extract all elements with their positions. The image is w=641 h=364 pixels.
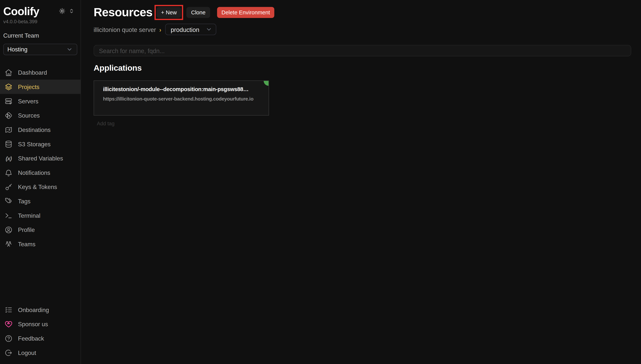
status-running-indicator — [264, 81, 269, 86]
user-circle-icon — [5, 226, 13, 234]
chevron-down-icon — [205, 26, 212, 33]
annotation-highlight-box: + New — [154, 5, 183, 20]
environment-select[interactable]: production — [165, 24, 216, 35]
sidebar-footer-menu: OnboardingSponsor usFeedbackLogout — [0, 303, 81, 360]
app-logo[interactable]: Coolify — [3, 5, 39, 18]
layers-icon — [5, 83, 13, 91]
environment-select-value: production — [171, 26, 199, 33]
sidebar-item-notifications[interactable]: Notifications — [0, 165, 81, 180]
add-tag-button[interactable]: Add tag — [94, 121, 641, 127]
sidebar-item-tags[interactable]: Tags — [0, 194, 81, 208]
users-icon — [5, 240, 13, 248]
sidebar-item-label: Shared Variables — [18, 155, 63, 162]
sidebar-item-dashboard[interactable]: Dashboard — [0, 66, 81, 80]
application-url: https://illicitonion-quote-server-backen… — [103, 96, 263, 102]
sidebar-item-logout[interactable]: Logout — [0, 346, 81, 360]
sidebar-item-label: Notifications — [18, 169, 50, 176]
sidebar-item-label: Terminal — [18, 212, 40, 219]
bell-icon — [5, 168, 13, 176]
sidebar-item-profile[interactable]: Profile — [0, 223, 81, 237]
key-icon — [5, 183, 13, 191]
sidebar-item-label: Dashboard — [18, 69, 47, 76]
sidebar-item-label: S3 Storages — [18, 140, 51, 147]
sidebar-item-label: Profile — [18, 226, 35, 233]
sidebar-item-shared-variables[interactable]: (x)Shared Variables — [0, 151, 81, 165]
sidebar-header: Coolify — [0, 0, 81, 18]
clone-button[interactable]: Clone — [187, 7, 210, 18]
search-input[interactable] — [94, 45, 631, 56]
sidebar-item-teams[interactable]: Teams — [0, 237, 81, 251]
help-circle-icon — [5, 334, 13, 343]
sidebar-item-projects[interactable]: Projects — [0, 80, 81, 94]
team-select[interactable]: Hosting — [3, 44, 77, 55]
application-name: illicitestonion/-module--decomposition:m… — [103, 86, 263, 92]
home-icon — [5, 68, 13, 76]
server-icon — [5, 97, 13, 105]
tags-icon — [5, 197, 13, 205]
database-icon — [5, 140, 13, 148]
page-header: Resources + New Clone Delete Environment — [94, 5, 641, 20]
sidebar-item-terminal[interactable]: Terminal — [0, 208, 81, 223]
applications-heading: Applications — [94, 63, 641, 73]
logout-icon — [5, 349, 13, 357]
sidebar-item-label: Keys & Tokens — [18, 184, 57, 190]
sidebar-item-onboarding[interactable]: Onboarding — [0, 303, 81, 317]
delete-environment-button[interactable]: Delete Environment — [217, 7, 274, 18]
sidebar-item-keys-tokens[interactable]: Keys & Tokens — [0, 180, 81, 194]
sidebar-item-label: Destinations — [18, 126, 51, 133]
unfold-chevrons-icon[interactable] — [68, 8, 75, 14]
checklist-icon — [5, 306, 13, 314]
chevron-down-icon — [66, 46, 73, 53]
main-content: Resources + New Clone Delete Environment… — [81, 0, 641, 364]
new-button[interactable]: + New — [156, 7, 181, 18]
sidebar-item-label: Servers — [18, 98, 39, 104]
application-card[interactable]: illicitestonion/-module--decomposition:m… — [94, 80, 269, 116]
breadcrumb-chevron-icon: › — [159, 26, 161, 33]
team-select-value: Hosting — [7, 46, 28, 53]
sidebar-item-label: Tags — [18, 198, 31, 204]
theme-toggle-sun-icon[interactable] — [59, 8, 66, 14]
git-source-icon — [5, 111, 13, 120]
sidebar-menu: DashboardProjectsServersSourcesDestinati… — [0, 66, 81, 251]
sidebar-item-label: Onboarding — [18, 307, 49, 313]
sidebar-item-servers[interactable]: Servers — [0, 94, 81, 108]
breadcrumb: illicitonion quote server › production — [94, 23, 641, 36]
heart-hands-icon — [5, 320, 13, 328]
sidebar-item-sources[interactable]: Sources — [0, 108, 81, 123]
map-icon — [5, 126, 13, 134]
sidebar-item-label: Projects — [18, 84, 39, 90]
current-team-label: Current Team — [0, 32, 81, 39]
variables-icon: (x) — [5, 154, 13, 162]
sidebar-item-label: Logout — [18, 350, 36, 356]
sidebar-item-label: Sponsor us — [18, 321, 48, 328]
sidebar-item-label: Teams — [18, 241, 35, 248]
sidebar-item-label: Sources — [18, 112, 40, 119]
coolify-app: Coolify v4.0.0-beta.399 Current Team Hos… — [0, 0, 641, 364]
sidebar: Coolify v4.0.0-beta.399 Current Team Hos… — [0, 0, 81, 364]
breadcrumb-project-link[interactable]: illicitonion quote server — [94, 26, 156, 33]
sidebar-item-label: Feedback — [18, 335, 44, 342]
sidebar-item-s3-storages[interactable]: S3 Storages — [0, 137, 81, 151]
sidebar-item-feedback[interactable]: Feedback — [0, 331, 81, 346]
page-title: Resources — [94, 6, 152, 19]
terminal-icon — [5, 211, 13, 220]
sidebar-item-sponsor-us[interactable]: Sponsor us — [0, 317, 81, 332]
app-version: v4.0.0-beta.399 — [0, 19, 81, 24]
sidebar-item-destinations[interactable]: Destinations — [0, 122, 81, 137]
